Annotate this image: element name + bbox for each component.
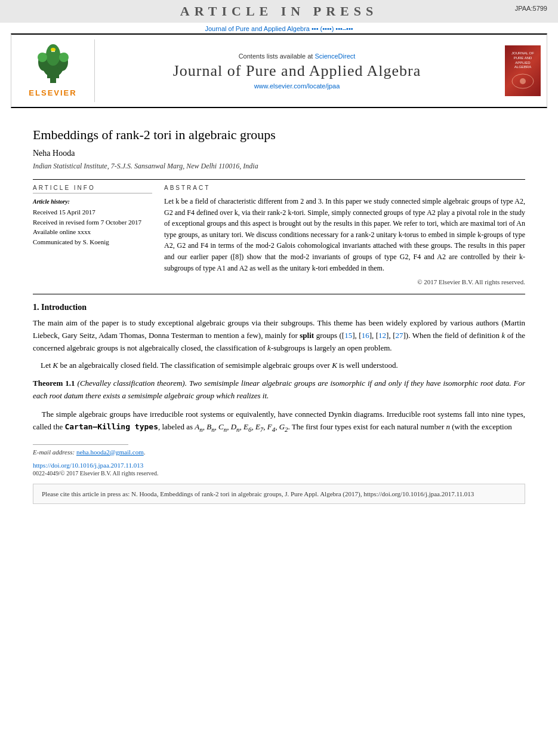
banner-text: ARTICLE IN PRESS xyxy=(180,4,378,19)
intro-para-2: Let K be an algebraically closed field. … xyxy=(33,359,525,372)
abstract-col: ABSTRACT Let k be a field of characteris… xyxy=(164,185,525,285)
doi-link[interactable]: https://doi.org/10.1016/j.jpaa.2017.11.0… xyxy=(33,462,525,469)
theorem-text: Theorem 1.1 (Chevalley classification th… xyxy=(33,377,525,402)
intro-heading: 1. Introduction xyxy=(33,303,525,312)
journal-id: JPAA:5799 xyxy=(515,5,547,12)
journal-title-header: Journal of Pure and Applied Algebra xyxy=(97,62,497,80)
intro-para-1: The main aim of the paper is to study ex… xyxy=(33,317,525,354)
science-direct-link[interactable]: ScienceDirect xyxy=(315,53,355,60)
paper-title: Embeddings of rank-2 tori in algebraic g… xyxy=(33,127,525,143)
elsevier-logo: ELSEVIER xyxy=(11,39,95,102)
section-divider-1 xyxy=(33,294,525,294)
author-name: Neha Hooda xyxy=(33,149,525,158)
article-info: ARTICLE INFO Article history: Received 1… xyxy=(33,185,152,285)
divider-1 xyxy=(33,179,525,180)
elsevier-tree-icon xyxy=(29,44,77,86)
footnote-email: E-mail address: neha.hooda2@gmail.com. xyxy=(33,448,525,456)
intro-para-3: The simple algebraic groups have irreduc… xyxy=(33,408,525,435)
journal-citation: Journal of Pure and Applied Algebra ••• … xyxy=(0,23,558,33)
cover-box-text: JOURNAL OF PURE AND APPLIED ALGEBRA xyxy=(507,51,538,70)
journal-center: Contents lists available at ScienceDirec… xyxy=(95,50,499,92)
article-info-title: ARTICLE INFO xyxy=(33,185,152,193)
abstract-text: Let k be a field of characteristic diffe… xyxy=(164,196,525,273)
elsevier-label: ELSEVIER xyxy=(29,88,76,97)
contents-line: Contents lists available at ScienceDirec… xyxy=(97,53,497,60)
journal-cover: JOURNAL OF PURE AND APPLIED ALGEBRA xyxy=(499,43,547,99)
rights-line: 0022-4049/© 2017 Elsevier B.V. All right… xyxy=(33,470,525,477)
copyright-line: © 2017 Elsevier B.V. All rights reserved… xyxy=(164,278,525,285)
article-history-label: Article history: xyxy=(33,198,152,205)
svg-point-6 xyxy=(38,53,47,62)
journal-url[interactable]: www.elsevier.com/locate/jpaa xyxy=(97,82,497,90)
abstract-title: ABSTRACT xyxy=(164,185,525,191)
svg-point-7 xyxy=(59,53,69,62)
footnote-divider xyxy=(33,444,128,445)
article-in-press-banner: ARTICLE IN PRESS JPAA:5799 xyxy=(0,0,558,23)
svg-point-5 xyxy=(46,44,60,66)
cite-box: Please cite this article in press as: N.… xyxy=(33,484,525,505)
cover-box: JOURNAL OF PURE AND APPLIED ALGEBRA xyxy=(505,45,541,96)
article-info-abstract: ARTICLE INFO Article history: Received 1… xyxy=(33,185,525,285)
author-affiliation: Indian Statistical Institute, 7-S.J.S. S… xyxy=(33,162,525,171)
main-content: Embeddings of rank-2 tori in algebraic g… xyxy=(0,108,558,516)
article-received: Received 15 April 2017 Received in revis… xyxy=(33,207,152,247)
email-link[interactable]: neha.hooda2@gmail.com xyxy=(76,448,144,456)
svg-point-11 xyxy=(520,78,526,84)
journal-header: ELSEVIER Contents lists available at Sci… xyxy=(11,33,547,108)
cover-image-icon xyxy=(511,72,535,90)
theorem-1-1: Theorem 1.1 (Chevalley classification th… xyxy=(33,377,525,402)
svg-point-9 xyxy=(51,48,56,51)
